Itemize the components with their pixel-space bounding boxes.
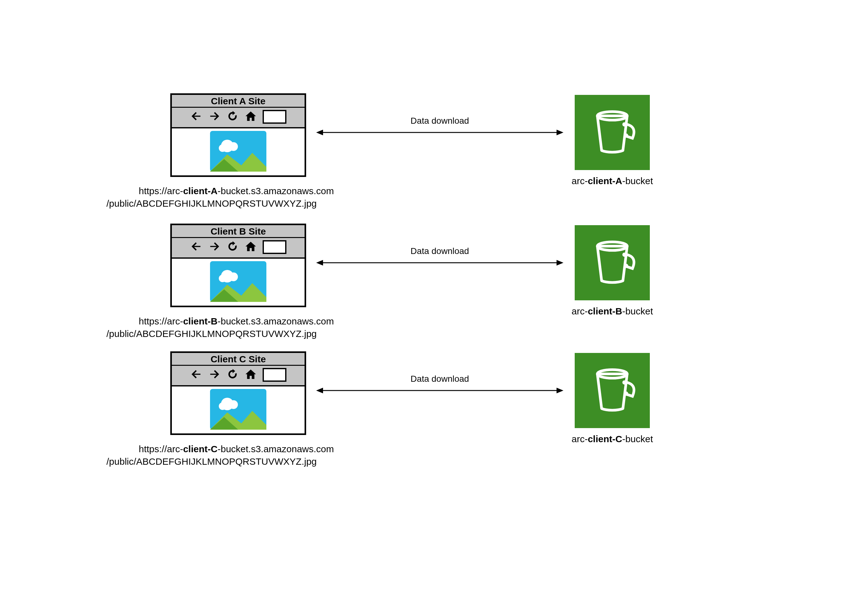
- address-bar: [263, 110, 286, 124]
- svg-point-8: [622, 122, 627, 127]
- data-flow-arrow-1: [316, 258, 564, 268]
- browser-viewport: [172, 129, 304, 175]
- browser-client-C: Client C Site: [170, 351, 306, 435]
- s3-bucket-2: [575, 353, 650, 428]
- svg-point-28: [622, 380, 627, 384]
- reload-icon: [226, 368, 239, 382]
- svg-point-3: [219, 144, 226, 152]
- browser-viewport: [172, 259, 304, 306]
- browser-toolbar: [172, 108, 304, 129]
- svg-point-29: [624, 392, 628, 396]
- browser-title: Client B Site: [172, 225, 304, 238]
- reload-icon: [226, 110, 239, 124]
- svg-marker-6: [557, 130, 564, 135]
- browser-client-B: Client B Site: [170, 223, 306, 307]
- browser-toolbar: [172, 238, 304, 259]
- browser-viewport: [172, 386, 304, 433]
- bucket-label-2: arc-client-C-bucket: [556, 433, 669, 445]
- svg-point-19: [624, 264, 628, 268]
- forward-icon: [208, 368, 221, 382]
- url-caption-0: https://arc-client-A-bucket.s3.amazonaws…: [106, 185, 366, 210]
- browser-title: Client A Site: [172, 95, 304, 108]
- picture-icon: [210, 261, 266, 303]
- bucket-label-0: arc-client-A-bucket: [556, 175, 669, 187]
- reload-icon: [226, 240, 239, 254]
- browser-client-A: Client A Site: [170, 93, 306, 177]
- svg-point-13: [219, 275, 226, 282]
- svg-point-18: [622, 253, 627, 257]
- forward-icon: [208, 240, 221, 254]
- svg-point-2: [229, 142, 238, 151]
- svg-point-12: [229, 272, 238, 281]
- bucket-icon: [586, 105, 639, 160]
- data-flow-arrow-0: [316, 128, 564, 137]
- svg-point-23: [219, 402, 226, 410]
- svg-marker-15: [316, 260, 323, 266]
- bucket-label-1: arc-client-B-bucket: [556, 305, 669, 318]
- arrow-label-0: Data download: [316, 116, 564, 126]
- s3-bucket-1: [575, 225, 650, 300]
- back-icon: [190, 110, 202, 124]
- svg-point-9: [624, 133, 628, 138]
- browser-title: Client C Site: [172, 353, 304, 366]
- picture-icon: [210, 131, 266, 173]
- svg-marker-26: [557, 388, 564, 393]
- back-icon: [190, 368, 202, 382]
- address-bar: [263, 240, 286, 254]
- svg-point-22: [229, 400, 238, 409]
- home-icon: [245, 368, 257, 382]
- bucket-icon: [586, 235, 639, 290]
- bucket-icon: [586, 363, 639, 418]
- data-flow-arrow-2: [316, 386, 564, 395]
- back-icon: [190, 240, 202, 254]
- s3-bucket-0: [575, 95, 650, 170]
- picture-icon: [210, 389, 266, 431]
- url-caption-1: https://arc-client-B-bucket.s3.amazonaws…: [106, 315, 366, 340]
- home-icon: [245, 240, 257, 254]
- svg-marker-16: [557, 260, 564, 266]
- address-bar: [263, 368, 286, 382]
- home-icon: [245, 110, 257, 124]
- browser-toolbar: [172, 366, 304, 386]
- forward-icon: [208, 110, 221, 124]
- svg-marker-5: [316, 130, 323, 135]
- url-caption-2: https://arc-client-C-bucket.s3.amazonaws…: [106, 443, 366, 468]
- svg-marker-25: [316, 388, 323, 393]
- arrow-label-1: Data download: [316, 246, 564, 256]
- arrow-label-2: Data download: [316, 374, 564, 384]
